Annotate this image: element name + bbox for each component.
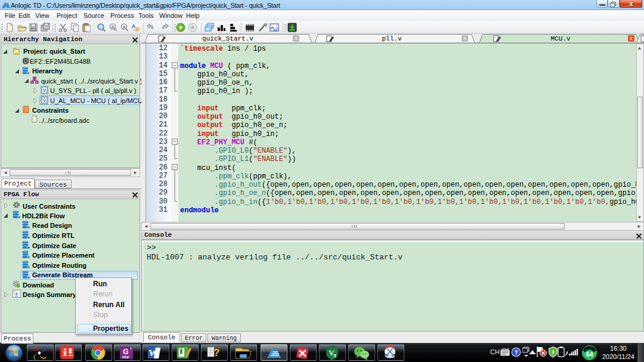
svg-text:V: V xyxy=(43,98,47,103)
svg-text:A: A xyxy=(132,23,136,29)
svg-text:5: 5 xyxy=(333,353,336,358)
svg-text:?: ? xyxy=(514,349,518,356)
svg-text:64: 64 xyxy=(586,351,593,358)
svg-text:PDF: PDF xyxy=(122,355,129,359)
svg-text:A: A xyxy=(111,24,114,30)
svg-text:?: ? xyxy=(213,347,219,358)
svg-text:Σ: Σ xyxy=(14,292,18,298)
svg-text:V: V xyxy=(43,88,47,93)
svg-text:B: B xyxy=(136,26,140,32)
svg-text:G: G xyxy=(123,348,128,356)
svg-text:W: W xyxy=(149,348,158,358)
svg-text:A: A xyxy=(122,24,125,30)
